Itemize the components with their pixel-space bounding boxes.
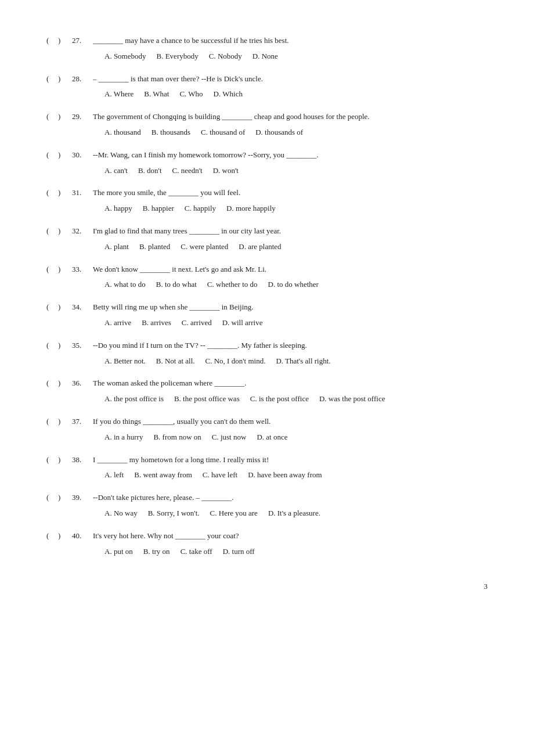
question-number: 39. (72, 492, 91, 504)
option-d: D. was the post office (319, 393, 385, 405)
question-number: 27. (72, 35, 91, 47)
question-block: ()37.If you do things ________, usually … (46, 416, 488, 444)
question-text: I ________ my hometown for a long time. … (93, 454, 488, 466)
question-text: The government of Chongqing is building … (93, 111, 488, 123)
bracket-left: ( (46, 111, 57, 123)
option-a: A. arrive (104, 317, 131, 329)
question-options: A. happyB. happierC. happilyD. more happ… (104, 203, 488, 215)
option-a: A. No way (104, 507, 138, 520)
question-content: The more you smile, the ________ you wil… (93, 187, 488, 215)
bracket-right: ) (58, 377, 68, 390)
option-c: C. take off (181, 546, 212, 558)
option-a: A. can't (104, 165, 128, 177)
question-content: It's very hot here. Why not ________ you… (93, 530, 488, 558)
question-content: --Do you mind if I turn on the TV? -- __… (93, 340, 488, 368)
question-number: 40. (72, 530, 91, 542)
question-options: A. the post office isB. the post office … (104, 393, 488, 405)
bracket-left: ( (46, 149, 57, 161)
option-d: D. turn off (223, 546, 255, 558)
question-number: 32. (72, 225, 91, 237)
option-a: A. put on (104, 546, 133, 558)
question-content: I'm glad to find that many trees _______… (93, 225, 488, 253)
option-b: B. What (144, 88, 169, 100)
option-c: C. needn't (172, 165, 203, 177)
question-text: The more you smile, the ________ you wil… (93, 187, 488, 199)
question-text: --Mr. Wang, can I finish my homework tom… (93, 149, 488, 161)
question-options: A. SomebodyB. EverybodyC. NobodyD. None (104, 51, 488, 63)
question-block: ()40.It's very hot here. Why not _______… (46, 530, 488, 558)
question-text: I'm glad to find that many trees _______… (93, 225, 488, 237)
option-d: D. thousands of (255, 127, 303, 139)
bracket-right: ) (58, 454, 68, 466)
option-b: B. Sorry, I won't. (148, 507, 200, 520)
question-options: A. what to doB. to do whatC. whether to … (104, 279, 488, 291)
question-block: ()38.I ________ my hometown for a long t… (46, 454, 488, 482)
option-d: D. have been away from (248, 469, 322, 481)
option-c: C. No, I don't mind. (205, 355, 266, 368)
option-a: A. plant (104, 241, 129, 253)
option-c: C. thousand of (201, 127, 245, 139)
bracket-right: ) (58, 149, 68, 161)
question-block: ()35.--Do you mind if I turn on the TV? … (46, 340, 488, 368)
question-text: It's very hot here. Why not ________ you… (93, 530, 488, 542)
question-number: 38. (72, 454, 91, 466)
option-a: A. Somebody (104, 51, 146, 63)
option-d: D. will arrive (222, 317, 263, 329)
bracket-left: ( (46, 416, 57, 428)
option-c: C. arrived (182, 317, 212, 329)
question-content: --Mr. Wang, can I finish my homework tom… (93, 149, 488, 177)
question-text: The woman asked the policeman where ____… (93, 377, 488, 390)
question-block: ()32.I'm glad to find that many trees __… (46, 225, 488, 253)
question-content: The woman asked the policeman where ____… (93, 377, 488, 405)
bracket-left: ( (46, 377, 57, 390)
question-text: ________ may have a chance to be success… (93, 35, 488, 47)
bracket-right: ) (58, 225, 68, 237)
option-d: D. at once (257, 431, 287, 444)
question-number: 29. (72, 111, 91, 123)
question-content: If you do things ________, usually you c… (93, 416, 488, 444)
question-number: 37. (72, 416, 91, 428)
option-b: B. arrives (142, 317, 171, 329)
question-block: ()33.We don't know ________ it next. Let… (46, 264, 488, 291)
question-content: I ________ my hometown for a long time. … (93, 454, 488, 482)
bracket-right: ) (58, 35, 68, 47)
option-c: C. is the post office (250, 393, 309, 405)
option-b: B. planted (139, 241, 170, 253)
option-a: A. Better not. (104, 355, 146, 368)
option-d: D. more happily (226, 203, 276, 215)
question-block: ()29.The government of Chongqing is buil… (46, 111, 488, 139)
bracket-right: ) (58, 187, 68, 199)
question-block: ()31.The more you smile, the ________ yo… (46, 187, 488, 215)
option-b: B. don't (138, 165, 162, 177)
bracket-left: ( (46, 73, 57, 85)
question-block: ()27.________ may have a chance to be su… (46, 35, 488, 63)
option-d: D. are planted (239, 241, 281, 253)
option-d: D. It's a pleasure. (268, 507, 320, 520)
question-content: – ________ is that man over there? --He … (93, 73, 488, 101)
option-a: A. left (104, 469, 124, 481)
option-c: C. whether to do (207, 279, 258, 291)
question-content: --Don't take pictures here, please. – __… (93, 492, 488, 520)
option-b: B. try on (143, 546, 170, 558)
option-b: B. from now on (153, 431, 201, 444)
option-b: B. thousands (151, 127, 190, 139)
question-content: ________ may have a chance to be success… (93, 35, 488, 63)
option-c: C. Who (179, 88, 203, 100)
question-options: A. put onB. try onC. take offD. turn off (104, 546, 488, 558)
question-text: We don't know ________ it next. Let's go… (93, 264, 488, 276)
question-content: Betty will ring me up when she ________ … (93, 301, 488, 329)
bracket-left: ( (46, 530, 57, 542)
bracket-right: ) (58, 111, 68, 123)
bracket-right: ) (58, 530, 68, 542)
question-text: Betty will ring me up when she ________ … (93, 301, 488, 314)
question-block: ()30.--Mr. Wang, can I finish my homewor… (46, 149, 488, 177)
option-d: D. Which (214, 88, 243, 100)
question-number: 30. (72, 149, 91, 161)
question-block: ()34.Betty will ring me up when she ____… (46, 301, 488, 329)
bracket-left: ( (46, 340, 57, 352)
question-block: ()28.– ________ is that man over there? … (46, 73, 488, 101)
question-options: A. plantB. plantedC. were plantedD. are … (104, 241, 488, 253)
question-options: A. Better not.B. Not at all.C. No, I don… (104, 355, 488, 368)
bracket-left: ( (46, 225, 57, 237)
bracket-left: ( (46, 492, 57, 504)
